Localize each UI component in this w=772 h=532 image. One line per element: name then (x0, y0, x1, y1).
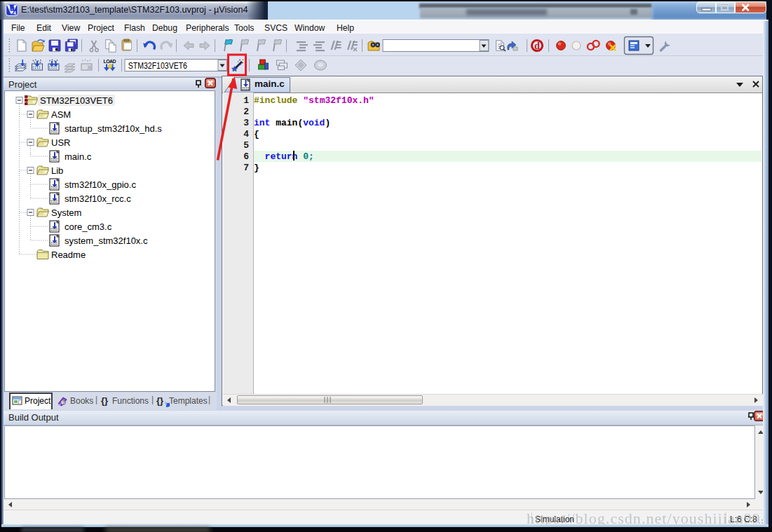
svg-text:STM32F103VET6: STM32F103VET6 (128, 60, 187, 71)
svg-text:4: 4 (13, 11, 16, 15)
svg-text:LOAD: LOAD (104, 59, 116, 64)
svg-text:d: d (534, 41, 540, 51)
svg-text:?: ? (62, 400, 65, 406)
